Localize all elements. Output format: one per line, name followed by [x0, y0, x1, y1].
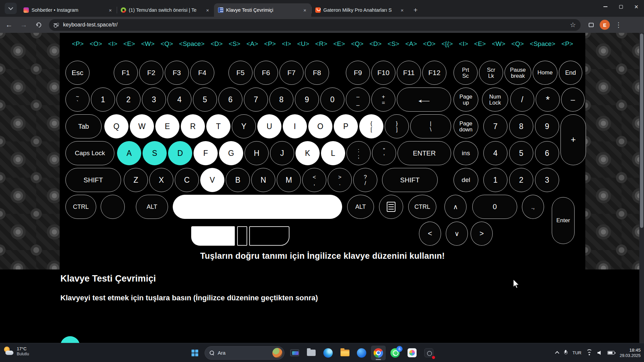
key-alt-right: ALT: [347, 195, 374, 219]
taskbar-app-color[interactable]: [405, 346, 419, 360]
browser-tab-1[interactable]: Sohbetler • Instagram×: [19, 3, 117, 17]
forward-button[interactable]: →: [18, 19, 30, 31]
browser-tab-strip: Sohbetler • Instagram×(1) Temu'dan switc…: [0, 0, 644, 17]
bookmark-star-icon[interactable]: ☆: [570, 21, 576, 29]
search-box[interactable]: Ara: [205, 346, 284, 360]
key-label: >: [480, 230, 484, 237]
tab-title: Sohbetler • Instagram: [32, 7, 105, 13]
tab-close-icon[interactable]: ×: [205, 7, 211, 13]
extensions-icon[interactable]: [589, 23, 594, 27]
maximize-button[interactable]: [613, 0, 629, 13]
key-label: I: [294, 122, 296, 130]
key-label: 1: [493, 176, 498, 184]
taskbar-app-edge[interactable]: [321, 346, 335, 360]
key-enter: ENTER: [397, 141, 451, 165]
key-c: C: [175, 168, 199, 192]
history-item: <Space>: [530, 40, 555, 48]
key-label: <: [428, 230, 432, 237]
key-label: .: [339, 180, 341, 186]
taskbar-app-dark[interactable]: [421, 346, 436, 360]
key-semicolon: :;: [346, 141, 371, 165]
new-tab-button[interactable]: +: [411, 5, 421, 15]
key-label: ]: [396, 126, 398, 132]
taskbar-app-monitor[interactable]: [287, 346, 302, 360]
key-pause: Pausebreak: [504, 61, 531, 85]
browser-tab-4[interactable]: Gateron Milky Pro Anahtarları S×: [311, 3, 409, 17]
key-esc: Esc: [65, 61, 90, 85]
tab-close-icon[interactable]: ×: [399, 7, 405, 13]
tab-close-icon[interactable]: ×: [302, 7, 308, 13]
key-label: F11: [403, 69, 415, 76]
key-tab: Tab: [65, 114, 102, 138]
scrollbar-thumb[interactable]: [640, 34, 643, 228]
browser-menu-icon[interactable]: ⋮: [615, 21, 622, 29]
key-win: [101, 195, 125, 219]
key-end: End: [559, 61, 582, 85]
key-label: break: [511, 73, 525, 79]
key-label: 6: [545, 149, 549, 157]
profile-avatar[interactable]: E: [600, 20, 610, 30]
taskbar-app-chrome-icon: [374, 348, 383, 358]
clock[interactable]: 18:45 29.03.2025: [620, 347, 641, 359]
key-h: H: [245, 141, 269, 165]
key-label: Q: [113, 122, 119, 130]
browser-tab-3[interactable]: Klavye Testi Çevrimiçi×: [214, 3, 311, 17]
background-pattern-left: [0, 33, 60, 269]
browser-tab-2[interactable]: (1) Temu'dan switch önerisi | Te×: [117, 3, 214, 17]
volume-icon[interactable]: [597, 351, 602, 355]
key-j: J: [270, 141, 294, 165]
close-button[interactable]: ×: [629, 0, 644, 13]
history-item: <A>: [247, 40, 258, 48]
history-item: <E>: [474, 40, 486, 48]
key-label: ←: [415, 94, 433, 105]
tray-overflow-chevron-icon[interactable]: [555, 351, 559, 356]
history-item: <O>: [90, 40, 102, 48]
key-np7: 7: [483, 114, 507, 138]
weather-icon: [3, 346, 14, 357]
wifi-icon[interactable]: [586, 350, 592, 355]
history-item: <W>: [141, 40, 155, 48]
weather-widget[interactable]: 17°C Bulutlu: [3, 346, 29, 357]
key-label: Page: [460, 94, 473, 100]
key-np-subtract: –: [561, 87, 585, 112]
key-label: Prt: [462, 67, 469, 73]
taskbar-app-edge-icon: [323, 348, 333, 358]
weather-temperature: 17°C: [17, 346, 29, 352]
tab-close-icon[interactable]: ×: [107, 7, 113, 13]
battery-icon[interactable]: [607, 351, 614, 355]
start-button[interactable]: [188, 346, 202, 360]
key-label: L: [331, 149, 335, 157]
address-bar[interactable]: keyboard-test.space/tr/ ☆: [49, 19, 581, 31]
key-label: Scr: [487, 67, 495, 73]
weather-condition: Bulutlu: [17, 352, 29, 356]
key-shift-left: SHIFT: [65, 168, 121, 192]
site-settings-icon[interactable]: [54, 22, 59, 27]
taskbar-app-files[interactable]: [304, 346, 319, 360]
key-label: *: [546, 94, 550, 105]
key-4: 4: [167, 87, 192, 112]
reload-button[interactable]: [33, 19, 44, 31]
minimize-button[interactable]: [598, 0, 613, 13]
taskbar-app-blue[interactable]: [354, 346, 369, 360]
key-np-enter: Enter: [552, 197, 575, 244]
key-label: Y: [241, 122, 246, 130]
key-backslash: |\: [410, 114, 451, 138]
key-label: 8: [279, 96, 284, 104]
key-label: Pause: [510, 67, 526, 73]
key-label: +: [382, 94, 385, 100]
key-np-multiply: *: [536, 87, 560, 112]
page-scrollbar[interactable]: [639, 33, 644, 362]
back-button[interactable]: ←: [3, 19, 15, 31]
taskbar-app-file-explorer[interactable]: [337, 346, 352, 360]
instagram-favicon-icon: [23, 7, 29, 13]
search-daily-image[interactable]: [272, 348, 282, 358]
taskbar-app-whatsapp[interactable]: 6: [388, 346, 402, 360]
minimize-icon: [603, 6, 607, 7]
mouse-right-button-indicator: [249, 226, 289, 246]
language-indicator[interactable]: TUR: [573, 350, 582, 355]
taskbar-app-chrome[interactable]: [371, 346, 386, 360]
key-x: X: [149, 168, 173, 192]
microphone-icon[interactable]: [564, 350, 568, 356]
tab-search-button[interactable]: [5, 3, 17, 14]
background-pattern-right: [585, 33, 639, 269]
